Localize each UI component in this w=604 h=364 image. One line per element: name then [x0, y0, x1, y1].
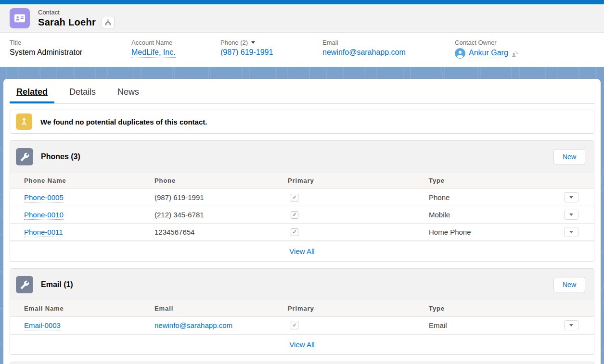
duplicates-notice-text: We found no potential duplicates of this… [40, 118, 207, 126]
field-label: Email [322, 39, 338, 46]
field-value-link[interactable]: MedLife, Inc. [131, 48, 176, 58]
related-list-phones-3: Phones (3)NewPhone NamePhonePrimaryTypeP… [10, 140, 594, 262]
section-header: Email (1)New [10, 269, 594, 301]
chevron-down-icon [251, 41, 255, 44]
section-header: Phones (3)New [10, 141, 594, 173]
field-label: Account Name [131, 39, 172, 46]
column-header-email-name: Email Name [10, 305, 154, 312]
record-name-link[interactable]: Phone-0011 [24, 228, 63, 237]
table-header-row: Phone NamePhonePrimaryType [10, 173, 594, 189]
section-title: Phones (3) [41, 152, 80, 161]
column-header-type: Type [429, 177, 564, 184]
cell-value: (987) 619-1991 [154, 193, 204, 201]
new-button[interactable]: New [553, 277, 585, 292]
owner-link[interactable]: Ankur Garg [469, 49, 508, 58]
primary-checkbox [291, 228, 298, 236]
record-body-card: RelatedDetailsNews We found no potential… [3, 79, 601, 364]
table-header-row: Email NameEmailPrimaryType [10, 301, 594, 317]
column-header-phone: Phone [154, 177, 288, 184]
tab-related[interactable]: Related [10, 79, 54, 103]
tab-news[interactable]: News [111, 79, 146, 103]
column-header-phone-name: Phone Name [10, 177, 154, 184]
row-actions-button[interactable] [564, 227, 578, 237]
next-section-partial [10, 362, 594, 364]
record-name-link[interactable]: Email-0003 [24, 321, 61, 330]
cell-value: 1234567654 [154, 228, 194, 236]
section-title: Email (1) [41, 280, 73, 289]
field-account-name: Account NameMedLife, Inc. [131, 39, 220, 67]
entity-type-label: Contact [38, 9, 115, 16]
table-row: Phone-0010(212) 345-6781Mobile [10, 206, 594, 224]
field-value-link[interactable]: (987) 619-1991 [220, 48, 273, 57]
record-name-link[interactable]: Phone-0005 [24, 193, 64, 202]
table-row: Phone-00111234567654Home Phone [10, 224, 594, 241]
contact-entity-icon [10, 8, 30, 28]
field-value-link[interactable]: newinfo@sarahapp.com [322, 48, 406, 57]
field-label: Phone (2) [220, 39, 248, 46]
row-actions-button[interactable] [564, 192, 578, 202]
owner-avatar [455, 48, 465, 59]
column-header-email: Email [154, 305, 288, 312]
record-name-link[interactable]: Phone-0010 [24, 211, 64, 220]
cell-type: Home Phone [429, 228, 471, 236]
new-button[interactable]: New [553, 149, 585, 164]
cell-value: (212) 345-6781 [154, 211, 204, 219]
cell-type: Email [429, 321, 447, 329]
cell-value-link[interactable]: newinfo@sarahapp.com [154, 321, 232, 329]
table-row: Email-0003newinfo@sarahapp.comEmail [10, 317, 594, 334]
row-actions-button[interactable] [564, 210, 578, 220]
field-dropdown-button[interactable] [251, 41, 255, 44]
tab-details[interactable]: Details [63, 79, 103, 103]
view-all-row: View All [10, 241, 594, 261]
view-all-row: View All [10, 334, 594, 354]
related-list-email-1: Email (1)NewEmail NameEmailPrimaryTypeEm… [10, 268, 594, 355]
wrench-icon [16, 276, 33, 293]
record-tabs: RelatedDetailsNews [10, 79, 594, 104]
duplicates-notice: We found no potential duplicates of this… [10, 110, 594, 134]
table-row: Phone-0005(987) 619-1991Phone [10, 189, 594, 206]
row-actions-button[interactable] [564, 320, 578, 330]
view-hierarchy-button[interactable] [102, 17, 115, 28]
merge-icon [16, 113, 32, 130]
page-title: Sarah Loehr [38, 17, 96, 28]
primary-checkbox [291, 194, 298, 201]
column-header-primary: Primary [288, 305, 429, 312]
field-title: TitleSystem Administrator [10, 39, 131, 67]
view-all-link[interactable]: View All [289, 340, 314, 349]
change-owner-icon[interactable] [511, 50, 519, 58]
field-value: System Administrator [10, 48, 82, 57]
column-header-type: Type [429, 305, 564, 312]
cell-type: Mobile [429, 211, 450, 219]
record-header: Contact Sarah Loehr [0, 4, 604, 33]
highlights-panel: TitleSystem AdministratorAccount NameMed… [0, 33, 604, 67]
field-contact-owner: Contact OwnerAnkur Garg [455, 39, 519, 67]
column-header-primary: Primary [288, 177, 429, 184]
field-label: Contact Owner [455, 39, 497, 46]
wrench-icon [16, 148, 33, 165]
cell-type: Phone [429, 193, 450, 201]
field-email: Emailnewinfo@sarahapp.com [322, 39, 455, 67]
field-phone-2: Phone (2)(987) 619-1991 [220, 39, 322, 67]
primary-checkbox [291, 211, 298, 219]
brand-bar [0, 0, 604, 4]
primary-checkbox [291, 322, 298, 329]
view-all-link[interactable]: View All [289, 247, 314, 255]
field-label: Title [10, 39, 21, 46]
